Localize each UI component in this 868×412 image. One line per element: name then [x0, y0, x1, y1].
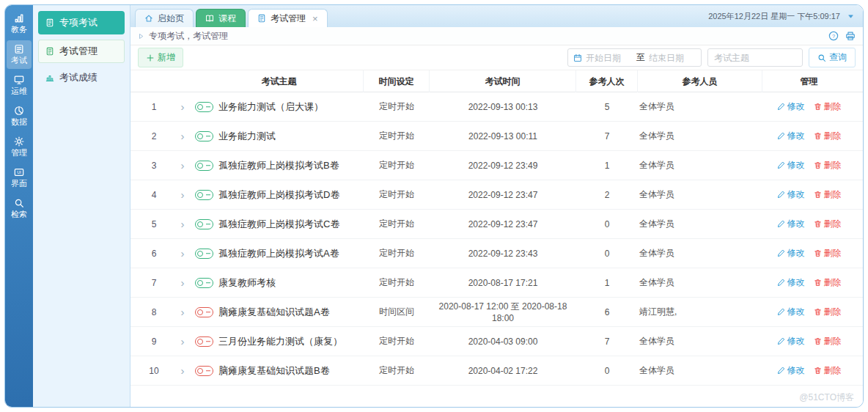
sidebar-item-exam-manage[interactable]: 考试管理 [38, 40, 125, 63]
rail-item-search[interactable]: 检索 [7, 194, 32, 223]
edit-link[interactable]: 修改 [777, 159, 805, 172]
table-row: 10›脑瘫康复基础知识试题B卷定时开始2020-04-02 17:220全体学员… [130, 356, 863, 386]
exam-subject: 康复教师考核 [218, 276, 276, 290]
edit-link[interactable]: 修改 [777, 218, 805, 230]
status-toggle-icon[interactable] [195, 161, 213, 171]
delete-link[interactable]: 删除 [814, 276, 842, 289]
sidebar-item-exam-score[interactable]: 考试成绩 [38, 66, 125, 89]
row-expand-icon[interactable]: › [170, 101, 195, 112]
status-toggle-icon[interactable] [195, 190, 213, 200]
pencil-icon [777, 337, 785, 345]
status-toggle-icon[interactable] [195, 131, 213, 141]
status-toggle-icon[interactable] [195, 278, 213, 288]
time-mode: 定时开始 [364, 276, 430, 289]
exam-subject: 孤独症教师上岗模拟考试A卷 [218, 247, 339, 260]
tab-close-icon[interactable]: × [312, 14, 318, 23]
row-expand-icon[interactable]: › [170, 248, 195, 259]
row-expand-icon[interactable]: › [170, 306, 195, 317]
rail-item-data[interactable]: 数据 [7, 102, 32, 130]
tab-label: 启始页 [158, 12, 184, 25]
sidebar-menu: 考试管理考试成绩 [38, 40, 125, 89]
delete-link[interactable]: 删除 [814, 188, 842, 201]
exam-subject: 三月份业务能力测试（康复） [218, 335, 342, 348]
edit-link[interactable]: 修改 [777, 364, 805, 377]
status-toggle-icon[interactable] [195, 366, 213, 376]
delete-link[interactable]: 删除 [814, 159, 842, 172]
help-icon[interactable]: ? [828, 31, 839, 41]
date-range-picker[interactable]: 至 [567, 48, 702, 67]
time-mode: 定时开始 [364, 247, 430, 260]
edit-link[interactable]: 修改 [777, 188, 805, 201]
row-actions: 修改删除 [762, 276, 856, 289]
subject-search-input[interactable] [707, 48, 803, 67]
row-expand-icon[interactable]: › [170, 130, 195, 141]
row-expand-icon[interactable]: › [170, 218, 195, 229]
edit-link-label: 修改 [787, 218, 805, 230]
delete-link-label: 删除 [824, 188, 842, 201]
add-button[interactable]: 新增 [138, 48, 183, 67]
table-row: 8›脑瘫康复基础知识试题A卷时间区间2020-08-17 12:00 至 202… [130, 298, 863, 327]
row-expand-icon[interactable]: › [170, 365, 195, 376]
tab-exam-manage[interactable]: 考试管理× [248, 9, 328, 27]
col-header: 参考人员 [638, 70, 762, 92]
rail-item-settings[interactable]: 管理 [7, 133, 32, 161]
clock-dropdown-icon[interactable] [847, 13, 854, 20]
status-toggle-icon[interactable] [195, 336, 213, 347]
status-toggle-icon[interactable] [195, 219, 213, 229]
participants: 全体学员 [638, 188, 762, 201]
row-expand-icon[interactable]: › [170, 277, 195, 288]
calendar-icon [573, 54, 582, 62]
rail-item-ops[interactable]: 运维 [7, 71, 32, 100]
end-date-input[interactable] [649, 53, 696, 63]
search-button[interactable]: 查询 [809, 48, 856, 67]
start-date-input[interactable] [586, 53, 633, 63]
table-row: 7›康复教师考核定时开始2020-08-17 17:211全体学员修改删除 [130, 268, 863, 298]
delete-link[interactable]: 删除 [814, 364, 842, 377]
delete-link[interactable]: 删除 [814, 335, 842, 347]
exam-subject: 脑瘫康复基础知识试题A卷 [218, 306, 330, 319]
status-toggle-icon[interactable] [195, 249, 213, 259]
col-header: 参考人次 [576, 70, 638, 92]
exam-subject: 孤独症教师上岗模拟考试B卷 [218, 159, 339, 172]
delete-link[interactable]: 删除 [814, 247, 842, 260]
trash-icon [814, 220, 822, 228]
pencil-icon [777, 279, 785, 287]
table-row: 6›孤独症教师上岗模拟考试A卷定时开始2022-09-12 23:430全体学员… [130, 239, 863, 268]
edit-link[interactable]: 修改 [777, 247, 805, 260]
exam-time: 2020-08-17 17:21 [430, 278, 576, 288]
tab-home[interactable]: 启始页 [135, 9, 194, 27]
delete-link[interactable]: 删除 [814, 100, 842, 113]
time-mode: 定时开始 [364, 364, 430, 377]
participants: 全体学员 [638, 364, 762, 377]
edit-link-label: 修改 [787, 159, 805, 172]
delete-link-label: 删除 [824, 100, 842, 113]
pencil-icon [777, 249, 785, 257]
print-icon[interactable] [845, 31, 856, 41]
row-expand-icon[interactable]: › [170, 336, 195, 347]
score-icon [45, 73, 54, 82]
status-toggle-icon[interactable] [195, 102, 213, 112]
edit-link[interactable]: 修改 [777, 306, 805, 318]
edit-link[interactable]: 修改 [777, 130, 805, 142]
sidebar-title: 专项考试 [38, 11, 125, 34]
edit-link[interactable]: 修改 [777, 276, 805, 289]
edit-link[interactable]: 修改 [777, 100, 805, 113]
col-header: 考试主题 [195, 70, 364, 92]
table-row: 4›孤独症教师上岗模拟考试D卷定时开始2022-09-12 23:472全体学员… [130, 180, 863, 210]
delete-link[interactable]: 删除 [814, 130, 842, 142]
row-expand-icon[interactable]: › [170, 189, 195, 200]
status-toggle-icon[interactable] [195, 307, 213, 317]
edit-link-label: 修改 [787, 364, 805, 377]
delete-link[interactable]: 删除 [814, 306, 842, 318]
rail-item-ui[interactable]: UI界面 [7, 163, 32, 192]
rail-item-label: 检索 [11, 210, 27, 218]
table-row: 5›孤独症教师上岗模拟考试C卷定时开始2022-09-12 23:470全体学员… [130, 210, 863, 239]
tab-course[interactable]: 课程 [196, 9, 246, 27]
row-expand-icon[interactable]: › [170, 160, 195, 171]
rail-item-dashboard[interactable]: 教务 [7, 10, 32, 38]
rail-item-exam[interactable]: 考试 [7, 40, 32, 69]
trash-icon [814, 132, 822, 140]
edit-link[interactable]: 修改 [777, 335, 805, 347]
delete-link[interactable]: 删除 [814, 218, 842, 230]
trash-icon [814, 337, 822, 345]
